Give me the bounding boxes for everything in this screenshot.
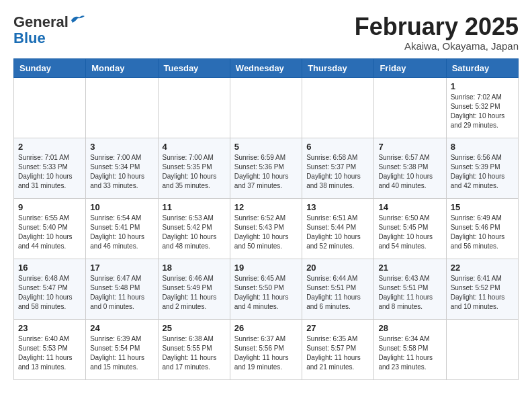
calendar-cell [374, 77, 446, 138]
day-info: Sunrise: 7:01 AM Sunset: 5:33 PM Dayligh… [18, 153, 81, 191]
day-info: Sunrise: 6:37 AM Sunset: 5:56 PM Dayligh… [234, 334, 298, 372]
day-info: Sunrise: 6:38 AM Sunset: 5:55 PM Dayligh… [163, 334, 226, 372]
day-info: Sunrise: 6:51 AM Sunset: 5:44 PM Dayligh… [306, 214, 369, 251]
day-info: Sunrise: 6:54 AM Sunset: 5:41 PM Dayligh… [90, 214, 153, 251]
calendar-cell: 5Sunrise: 6:59 AM Sunset: 5:36 PM Daylig… [230, 138, 302, 198]
day-info: Sunrise: 6:47 AM Sunset: 5:48 PM Dayligh… [90, 274, 153, 312]
day-number: 16 [18, 263, 81, 273]
calendar-week-row: 2Sunrise: 7:01 AM Sunset: 5:33 PM Daylig… [14, 138, 519, 198]
logo-general: General [13, 13, 69, 31]
calendar-week-row: 16Sunrise: 6:48 AM Sunset: 5:47 PM Dayli… [14, 259, 519, 319]
day-number: 17 [90, 263, 153, 273]
day-info: Sunrise: 6:40 AM Sunset: 5:53 PM Dayligh… [18, 334, 81, 372]
day-info: Sunrise: 6:50 AM Sunset: 5:45 PM Dayligh… [378, 214, 441, 251]
day-info: Sunrise: 6:52 AM Sunset: 5:43 PM Dayligh… [234, 214, 298, 251]
calendar-cell [158, 77, 230, 138]
day-number: 27 [306, 323, 369, 333]
calendar-cell: 21Sunrise: 6:43 AM Sunset: 5:51 PM Dayli… [374, 259, 446, 319]
calendar-cell [230, 77, 302, 138]
day-number: 22 [451, 263, 514, 273]
logo-bird-icon [70, 13, 85, 26]
weekday-header: Sunday [14, 58, 86, 77]
day-info: Sunrise: 6:46 AM Sunset: 5:49 PM Dayligh… [163, 274, 226, 312]
day-info: Sunrise: 6:55 AM Sunset: 5:40 PM Dayligh… [18, 214, 81, 251]
weekday-header: Thursday [302, 58, 374, 77]
day-info: Sunrise: 6:44 AM Sunset: 5:51 PM Dayligh… [306, 274, 369, 312]
day-number: 15 [451, 202, 514, 212]
day-number: 6 [306, 142, 369, 152]
calendar-cell: 27Sunrise: 6:35 AM Sunset: 5:57 PM Dayli… [302, 319, 374, 379]
day-info: Sunrise: 6:35 AM Sunset: 5:57 PM Dayligh… [306, 334, 369, 372]
calendar-week-row: 9Sunrise: 6:55 AM Sunset: 5:40 PM Daylig… [14, 198, 519, 259]
calendar-cell: 25Sunrise: 6:38 AM Sunset: 5:55 PM Dayli… [158, 319, 230, 379]
calendar-cell: 19Sunrise: 6:45 AM Sunset: 5:50 PM Dayli… [230, 259, 302, 319]
calendar-cell: 16Sunrise: 6:48 AM Sunset: 5:47 PM Dayli… [14, 259, 86, 319]
calendar-cell: 4Sunrise: 7:00 AM Sunset: 5:35 PM Daylig… [158, 138, 230, 198]
day-info: Sunrise: 6:57 AM Sunset: 5:38 PM Dayligh… [378, 153, 441, 191]
day-info: Sunrise: 6:58 AM Sunset: 5:37 PM Dayligh… [306, 153, 369, 191]
day-info: Sunrise: 6:39 AM Sunset: 5:54 PM Dayligh… [90, 334, 153, 372]
calendar-cell: 12Sunrise: 6:52 AM Sunset: 5:43 PM Dayli… [230, 198, 302, 259]
calendar-cell [86, 77, 158, 138]
day-number: 23 [18, 323, 81, 333]
calendar-cell [446, 319, 518, 379]
calendar-cell: 17Sunrise: 6:47 AM Sunset: 5:48 PM Dayli… [86, 259, 158, 319]
calendar-cell: 22Sunrise: 6:41 AM Sunset: 5:52 PM Dayli… [446, 259, 518, 319]
weekday-header: Tuesday [158, 58, 230, 77]
day-number: 28 [378, 323, 441, 333]
weekday-header: Wednesday [230, 58, 302, 77]
location: Akaiwa, Okayama, Japan [355, 40, 519, 52]
calendar-cell: 23Sunrise: 6:40 AM Sunset: 5:53 PM Dayli… [14, 319, 86, 379]
day-number: 1 [451, 81, 514, 91]
day-number: 7 [378, 142, 441, 152]
calendar-cell: 7Sunrise: 6:57 AM Sunset: 5:38 PM Daylig… [374, 138, 446, 198]
calendar-week-row: 23Sunrise: 6:40 AM Sunset: 5:53 PM Dayli… [14, 319, 519, 379]
day-number: 14 [378, 202, 441, 212]
day-number: 20 [306, 263, 369, 273]
day-info: Sunrise: 6:41 AM Sunset: 5:52 PM Dayligh… [451, 274, 514, 312]
calendar-cell: 6Sunrise: 6:58 AM Sunset: 5:37 PM Daylig… [302, 138, 374, 198]
weekday-header: Monday [86, 58, 158, 77]
logo-blue: Blue [13, 30, 46, 47]
day-number: 19 [234, 263, 298, 273]
day-number: 5 [234, 142, 298, 152]
day-number: 25 [163, 323, 226, 333]
calendar-cell: 8Sunrise: 6:56 AM Sunset: 5:39 PM Daylig… [446, 138, 518, 198]
day-info: Sunrise: 6:53 AM Sunset: 5:42 PM Dayligh… [163, 214, 226, 251]
day-number: 18 [163, 263, 226, 273]
month-title: February 2025 [355, 13, 519, 40]
calendar-header-row: SundayMondayTuesdayWednesdayThursdayFrid… [14, 58, 519, 77]
calendar-cell: 28Sunrise: 6:34 AM Sunset: 5:58 PM Dayli… [374, 319, 446, 379]
calendar-cell: 20Sunrise: 6:44 AM Sunset: 5:51 PM Dayli… [302, 259, 374, 319]
day-number: 3 [90, 142, 153, 152]
day-number: 8 [451, 142, 514, 152]
calendar-cell: 1Sunrise: 7:02 AM Sunset: 5:32 PM Daylig… [446, 77, 518, 138]
calendar-cell: 18Sunrise: 6:46 AM Sunset: 5:49 PM Dayli… [158, 259, 230, 319]
day-info: Sunrise: 6:59 AM Sunset: 5:36 PM Dayligh… [234, 153, 298, 191]
calendar-cell: 13Sunrise: 6:51 AM Sunset: 5:44 PM Dayli… [302, 198, 374, 259]
calendar-week-row: 1Sunrise: 7:02 AM Sunset: 5:32 PM Daylig… [14, 77, 519, 138]
day-number: 10 [90, 202, 153, 212]
calendar-cell: 9Sunrise: 6:55 AM Sunset: 5:40 PM Daylig… [14, 198, 86, 259]
calendar-cell: 24Sunrise: 6:39 AM Sunset: 5:54 PM Dayli… [86, 319, 158, 379]
day-info: Sunrise: 6:34 AM Sunset: 5:58 PM Dayligh… [378, 334, 441, 372]
page-header: General Blue February 2025 Akaiwa, Okaya… [13, 13, 519, 52]
calendar-cell: 11Sunrise: 6:53 AM Sunset: 5:42 PM Dayli… [158, 198, 230, 259]
day-number: 11 [163, 202, 226, 212]
day-number: 26 [234, 323, 298, 333]
day-info: Sunrise: 7:00 AM Sunset: 5:35 PM Dayligh… [163, 153, 226, 191]
day-number: 13 [306, 202, 369, 212]
calendar-cell: 10Sunrise: 6:54 AM Sunset: 5:41 PM Dayli… [86, 198, 158, 259]
weekday-header: Friday [374, 58, 446, 77]
day-number: 12 [234, 202, 298, 212]
calendar-cell: 14Sunrise: 6:50 AM Sunset: 5:45 PM Dayli… [374, 198, 446, 259]
day-number: 21 [378, 263, 441, 273]
day-info: Sunrise: 6:56 AM Sunset: 5:39 PM Dayligh… [451, 153, 514, 191]
logo: General Blue [13, 13, 85, 47]
day-info: Sunrise: 6:49 AM Sunset: 5:46 PM Dayligh… [451, 214, 514, 251]
day-info: Sunrise: 7:00 AM Sunset: 5:34 PM Dayligh… [90, 153, 153, 191]
day-info: Sunrise: 6:48 AM Sunset: 5:47 PM Dayligh… [18, 274, 81, 312]
day-number: 4 [163, 142, 226, 152]
day-number: 2 [18, 142, 81, 152]
calendar-cell: 15Sunrise: 6:49 AM Sunset: 5:46 PM Dayli… [446, 198, 518, 259]
